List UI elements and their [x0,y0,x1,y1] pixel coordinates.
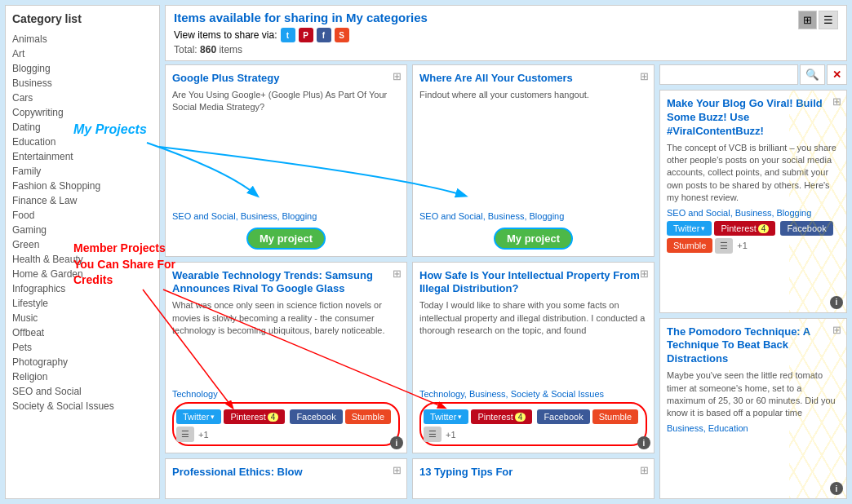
search-clear-button[interactable]: ✕ [827,64,847,85]
content-header: Items available for sharing in My catego… [165,5,847,61]
stumble-button-3[interactable]: Stumble [345,409,391,424]
sidebar-item[interactable]: Family [12,164,153,179]
sidebar-item[interactable]: Finance & Law [12,193,153,208]
info-badge-3[interactable]: i [390,436,403,449]
stumbleupon-share-icon[interactable]: S [335,28,349,42]
card-desc-2: Findout where all your customers hangout… [419,89,647,208]
right-card-vcb: ⊞ Make Your Blog Go Viral! Build Some Bu… [659,90,847,313]
search-bar: 🔍 ✕ [659,64,847,85]
card-title-5[interactable]: Professional Ethics: Blow [172,466,400,480]
sidebar-item[interactable]: Entertainment [12,149,153,164]
card-share-icon-5[interactable]: ⊞ [393,464,402,476]
card-tags[interactable]: SEO and Social, Business, Blogging [172,211,400,221]
card-tags-4[interactable]: Technology, Business, Society & Social I… [419,389,647,399]
card-desc: Are You Using Google+ (Google Plus) As P… [172,89,400,208]
right-gplus-1: +1 [737,241,748,250]
page-title: Items available for sharing in My catego… [174,11,428,24]
card-title-6[interactable]: 13 Typing Tips For [419,466,647,480]
card-share-icon-3[interactable]: ⊞ [393,267,402,280]
search-button[interactable]: 🔍 [800,64,825,85]
card-google-plus: ⊞ Google Plus Strategy Are You Using Goo… [165,64,407,257]
sidebar-item[interactable]: Fashion & Shopping [12,179,153,193]
card-ethics: ⊞ Professional Ethics: Blow [165,458,407,499]
card-desc-4: Today I would like to share with you som… [419,299,647,386]
sidebar-item[interactable]: Food [12,208,153,223]
my-project-button-1[interactable]: My project [246,228,326,250]
list-view-button[interactable]: ☰ [819,11,838,29]
content-area: Items available for sharing in My catego… [165,5,847,499]
sidebar-item[interactable]: SEO and Social [12,384,153,399]
sidebar-item[interactable]: Gaming [12,223,153,237]
card-tags-3[interactable]: Technology [172,389,400,399]
right-pinterest-button-1[interactable]: Pinterest4 [714,221,775,236]
sidebar-item[interactable]: Music [12,311,153,325]
facebook-button-4[interactable]: Facebook [537,409,589,424]
social-buttons-4: Twitter▾ Pinterest4 Facebook Stumble ☰ +… [424,409,643,442]
right-menu-button-1[interactable]: ☰ [715,238,733,254]
facebook-button-3[interactable]: Facebook [290,409,342,424]
grid-view-button[interactable]: ⊞ [798,11,817,29]
grid-row-2: ⊞ Wearable Technology Trends: Samsung An… [165,262,655,454]
right-stumble-button-1[interactable]: Stumble [667,238,712,253]
pinterest-share-icon[interactable]: P [299,28,313,42]
pinterest-button-4[interactable]: Pinterest4 [471,409,532,424]
sidebar-item[interactable]: Home & Garden [12,267,153,281]
stumble-button-4[interactable]: Stumble [592,409,638,424]
info-badge-4[interactable]: i [637,436,650,449]
card-title-2[interactable]: Where Are All Your Customers [419,72,647,86]
sidebar-item[interactable]: Blogging [12,61,153,76]
sidebar-title: Category list [12,12,153,25]
right-sidebar: 🔍 ✕ ⊞ Make Your Blog Go Viral! Build Som… [659,64,847,499]
share-via-row: View items to share via: t P f S [174,28,428,42]
sidebar-item[interactable]: Infographics [12,281,153,296]
pinterest-button-3[interactable]: Pinterest4 [224,409,285,424]
card-title-3[interactable]: Wearable Technology Trends: Samsung Anno… [172,269,400,297]
card-share-icon-2[interactable]: ⊞ [640,70,649,82]
sidebar-item[interactable]: Lifestyle [12,296,153,311]
card-typing: ⊞ 13 Typing Tips For [412,458,655,499]
right-card-share-icon-2[interactable]: ⊞ [832,324,841,336]
card-share-icon-4[interactable]: ⊞ [640,267,649,280]
sidebar-item[interactable]: Copywriting [12,105,153,120]
facebook-share-icon[interactable]: f [317,28,331,42]
sidebar-item[interactable]: Cars [12,91,153,105]
grid-row-3: ⊞ Professional Ethics: Blow ⊞ 13 Typing … [165,458,655,499]
twitter-button-4[interactable]: Twitter▾ [424,409,468,424]
twitter-button-3[interactable]: Twitter▾ [176,409,221,424]
card-title[interactable]: Google Plus Strategy [172,72,400,86]
menu-button-4[interactable]: ☰ [424,427,442,442]
menu-button-3[interactable]: ☰ [176,427,194,442]
total-line: Total: 860 items [174,44,428,55]
sidebar-item[interactable]: Art [12,46,153,61]
card-desc-3: What was once only seen in science ficti… [172,299,400,386]
sidebar-item[interactable]: Offbeat [12,325,153,340]
right-twitter-button-1[interactable]: Twitter▾ [667,221,712,236]
sidebar-item[interactable]: Photography [12,355,153,369]
sidebar-item[interactable]: Dating [12,120,153,135]
search-input[interactable] [659,64,798,85]
items-grid: ⊞ Google Plus Strategy Are You Using Goo… [165,64,847,499]
honeycomb-decoration [789,91,847,312]
sidebar-item[interactable]: Green [12,237,153,252]
sidebar-item[interactable]: Society & Social Issues [12,399,153,413]
sidebar-item[interactable]: Business [12,76,153,91]
grid-row-1: ⊞ Google Plus Strategy Are You Using Goo… [165,64,655,257]
my-project-button-2[interactable]: My project [494,228,573,250]
info-badge-r2[interactable]: i [830,482,843,495]
card-tags-2[interactable]: SEO and Social, Business, Blogging [419,211,647,221]
card-share-icon-6[interactable]: ⊞ [640,464,649,476]
sidebar-item[interactable]: Animals [12,32,153,46]
card-title-4[interactable]: How Safe Is Your Intellectual Property F… [419,269,647,297]
right-card-pomodoro: ⊞ The Pomodoro Technique: A Technique To… [659,318,847,499]
info-badge-r1[interactable]: i [830,296,843,309]
right-card-share-icon-1[interactable]: ⊞ [832,95,841,108]
sidebar-item[interactable]: Religion [12,369,153,384]
sidebar-item[interactable]: Education [12,135,153,149]
card-share-icon[interactable]: ⊞ [393,70,402,82]
honeycomb-decoration-2 [789,319,847,498]
sidebar-item[interactable]: Pets [12,340,153,355]
twitter-share-icon[interactable]: t [281,28,295,42]
social-buttons-3: Twitter▾ Pinterest4 Facebook Stumble ☰ +… [176,409,396,442]
card-customers: ⊞ Where Are All Your Customers Findout w… [412,64,655,257]
sidebar-item[interactable]: Health & Beauty [12,252,153,267]
